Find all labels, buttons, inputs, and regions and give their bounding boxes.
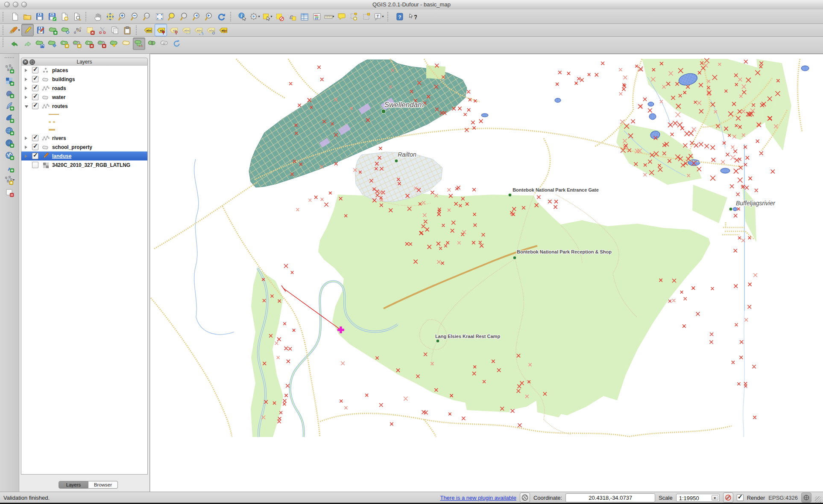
stop-render-icon[interactable] (723, 492, 733, 503)
layer-item-places[interactable]: places (21, 66, 147, 75)
rotate-label-button[interactable]: abc (193, 24, 204, 36)
add-ring-button[interactable] (59, 38, 70, 49)
dropdown-arrow-icon[interactable]: ▾ (332, 15, 334, 18)
save-project-as-button[interactable] (46, 11, 58, 22)
layer-checkbox[interactable] (32, 67, 38, 73)
open-attribute-table-button[interactable] (299, 11, 310, 22)
pan-map-button[interactable] (92, 11, 103, 22)
layer-item-landuse[interactable]: landuse (21, 151, 147, 160)
offset-curve-button[interactable] (120, 38, 132, 49)
open-project-button[interactable] (21, 11, 33, 22)
rotate-point-symbols-button[interactable] (171, 38, 182, 49)
layer-item-3420c_2010_327_rgb_latlng[interactable]: 3420C_2010_327_RGB_LATLNG (21, 160, 147, 169)
layer-checkbox[interactable] (32, 94, 38, 100)
add-wms-layer-button[interactable] (4, 125, 15, 136)
new-bookmark-button[interactable] (348, 11, 360, 22)
deselect-features-button[interactable] (274, 11, 285, 22)
add-vector-layer-button[interactable] (4, 63, 15, 74)
add-spatialite-layer-button[interactable] (4, 100, 15, 111)
select-features-button[interactable]: ▾ (261, 11, 273, 22)
add-part-button[interactable] (71, 38, 82, 49)
layer-checkbox[interactable] (32, 135, 38, 141)
help-button[interactable]: ? (394, 11, 405, 22)
layer-item-routes[interactable]: routes (21, 102, 147, 111)
reshape-features-button[interactable] (108, 38, 120, 49)
zoom-to-selection-button[interactable] (166, 11, 178, 22)
refresh-button[interactable] (216, 11, 227, 22)
layer-checkbox[interactable] (32, 103, 38, 109)
pan-to-selection-button[interactable] (104, 11, 116, 22)
zoom-to-layer-button[interactable] (179, 11, 190, 22)
add-raster-layer-button[interactable] (4, 75, 15, 87)
composer-manager-button[interactable] (71, 11, 82, 22)
split-features-button[interactable] (133, 38, 145, 50)
add-feature-button[interactable] (47, 24, 59, 36)
zoom-in-button[interactable] (117, 11, 128, 22)
select-by-expression-button[interactable]: ε (286, 11, 298, 22)
zoom-next-button[interactable] (203, 11, 215, 22)
merge-features-button[interactable] (146, 38, 158, 49)
node-tool-button[interactable] (72, 24, 83, 36)
remove-layer-button[interactable] (4, 186, 15, 198)
add-postgis-layer-button[interactable] (4, 87, 15, 99)
plugin-available-link[interactable]: There is a new plugin available (440, 495, 516, 501)
dropdown-arrow-icon[interactable]: ▾ (258, 15, 260, 18)
scale-combo[interactable]: 1:19950▼ (676, 494, 720, 502)
current-edits-button[interactable]: ▾ (9, 24, 21, 36)
layer-checkbox[interactable] (32, 85, 38, 91)
map-canvas[interactable]: SwellendamRailtonBontebok National Park … (150, 54, 823, 492)
expand-icon[interactable] (25, 94, 29, 100)
layer-item-water[interactable]: water (21, 93, 147, 102)
save-layer-edits-button[interactable] (35, 24, 46, 36)
expand-icon[interactable] (25, 153, 29, 159)
plugin-icon[interactable] (520, 492, 530, 503)
zoom-out-button[interactable] (129, 11, 141, 22)
coordinate-input[interactable]: 20.4318,-34.0737 (565, 493, 655, 502)
text-annotation-button[interactable]: T▾ (373, 11, 384, 22)
add-delimited-text-layer-button[interactable]: , (4, 162, 15, 173)
save-project-button[interactable] (34, 11, 45, 22)
dropdown-arrow-icon[interactable]: ▾ (382, 15, 384, 18)
expand-icon[interactable] (25, 135, 29, 141)
identify-features-button[interactable]: i (237, 11, 248, 22)
layer-checkbox[interactable] (32, 144, 38, 150)
map-tips-button[interactable] (336, 11, 347, 22)
change-label-button[interactable]: abc (205, 24, 217, 36)
merge-attributes-button[interactable] (158, 38, 170, 49)
render-checkbox[interactable] (737, 494, 744, 501)
expand-icon[interactable] (25, 85, 29, 91)
cut-features-button[interactable] (97, 24, 108, 36)
undo-button[interactable] (9, 38, 21, 49)
redo-button[interactable] (21, 38, 33, 49)
zoom-last-button[interactable] (191, 11, 202, 22)
expand-icon[interactable] (25, 76, 29, 82)
zoom-full-button[interactable] (154, 11, 165, 22)
crs-status-icon[interactable] (801, 492, 811, 503)
scale-dropdown-icon[interactable]: ▼ (712, 495, 718, 501)
copy-features-button[interactable] (109, 24, 120, 36)
paste-features-button[interactable] (121, 24, 133, 36)
dropdown-arrow-icon[interactable]: ▾ (18, 28, 20, 32)
layers-panel-header[interactable]: ✕ ▢ Layers (21, 58, 148, 67)
new-shapefile-layer-button[interactable]: ▾ (4, 174, 15, 186)
zoom-native-button[interactable]: 1:1 (141, 11, 153, 22)
new-print-composer-button[interactable] (59, 11, 70, 22)
layer-checkbox[interactable] (32, 153, 38, 159)
delete-part-button[interactable] (96, 38, 107, 49)
move-feature-button[interactable] (59, 24, 71, 36)
simplify-feature-button[interactable] (46, 38, 58, 49)
dropdown-arrow-icon[interactable]: ▾ (270, 15, 272, 18)
add-wcs-layer-button[interactable] (4, 137, 15, 149)
dropdown-arrow-icon[interactable]: ▾ (13, 178, 15, 182)
measure-button[interactable]: ▾ (323, 11, 335, 22)
toggle-editing-button[interactable] (21, 24, 34, 36)
expand-icon[interactable] (25, 144, 29, 150)
expand-icon[interactable] (25, 67, 29, 73)
layer-item-roads[interactable]: roads (21, 84, 147, 93)
collapse-icon[interactable] (25, 103, 29, 109)
layer-item-buildings[interactable]: buildings (21, 75, 147, 84)
route-style-thick-line[interactable] (21, 126, 147, 134)
labeling-button[interactable]: abc (142, 24, 154, 36)
layer-item-rivers[interactable]: rivers (21, 134, 147, 143)
add-mssql-layer-button[interactable] (4, 112, 15, 124)
